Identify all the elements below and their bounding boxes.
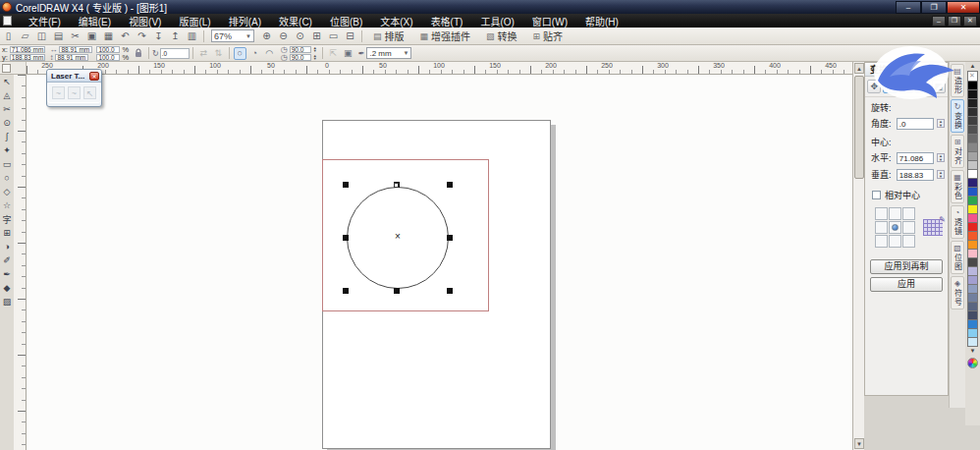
arc-start-field[interactable]: 90.0 (290, 46, 311, 53)
open-icon[interactable]: ▱ (18, 29, 32, 43)
no-color-swatch[interactable] (967, 71, 978, 82)
laser-toolbar-window[interactable]: Laser T... ✕ ~~↖ (46, 69, 102, 107)
menu-item[interactable]: 文件(F) (20, 13, 70, 29)
zoom-selected-icon[interactable]: ⊙ (293, 29, 307, 43)
selection-handle-se[interactable] (447, 288, 453, 294)
menu-item[interactable]: 文本(X) (371, 13, 421, 29)
close-button[interactable]: ✕ (947, 1, 980, 14)
table-tool-icon[interactable]: ⊞ (0, 226, 14, 240)
spinner[interactable]: ▲▼ (937, 170, 945, 179)
print-icon[interactable]: ▤ (51, 29, 66, 43)
anchor-se[interactable] (902, 235, 915, 248)
import-icon[interactable]: ↧ (151, 29, 166, 43)
shape-tool-icon[interactable]: ◬ (0, 88, 14, 102)
anchor-s[interactable] (889, 235, 901, 248)
mirror-horizontal-icon[interactable]: ⇄ (197, 47, 210, 60)
new-icon[interactable]: ▯ (1, 29, 16, 43)
freehand-tool-icon[interactable]: ʃ (0, 130, 14, 143)
spinner[interactable]: ▲▼ (937, 119, 945, 128)
pie-mode-icon[interactable]: ◔ (248, 47, 261, 60)
docker-tab[interactable]: ▧ 位图 (951, 241, 964, 274)
blend-tool-icon[interactable]: ◑ (0, 240, 14, 253)
cut-icon[interactable]: ✂ (68, 29, 82, 43)
menu-item[interactable]: 帮助(H) (576, 13, 627, 29)
width-field[interactable]: 88.91 mm (59, 46, 92, 53)
zoom-width-icon[interactable]: ⊟ (343, 29, 357, 43)
crop-tool-icon[interactable]: ✂ (0, 102, 14, 116)
imposition-button[interactable]: ▤ 排版 (367, 28, 410, 44)
transform-mode-tab[interactable]: ↻ (883, 80, 897, 93)
minimize-button[interactable]: – (896, 1, 921, 14)
horizontal-ruler[interactable]: 2502001501005005010015020025030035040045… (27, 62, 852, 75)
transform-mode-tab[interactable]: ⇄ (899, 80, 913, 93)
convert-button[interactable]: ▧ 转换 (480, 28, 523, 44)
anchor-center[interactable] (889, 221, 901, 234)
object-center-marker[interactable]: × (391, 230, 405, 244)
docker-collapse-icon[interactable]: ▴ (925, 65, 935, 75)
close-icon[interactable]: ✕ (89, 72, 99, 81)
ruler-origin-corner[interactable] (0, 62, 27, 75)
zoom-in-icon[interactable]: ⊕ (259, 29, 274, 43)
undo-icon[interactable]: ↶ (118, 29, 133, 43)
selection-handle-s[interactable] (394, 288, 400, 294)
y-position-field[interactable]: 188.83 mm (10, 54, 46, 61)
menu-item[interactable]: 版面(L) (170, 13, 219, 29)
center-vertical-field[interactable]: 188.83 (897, 169, 934, 181)
outline-width-combo[interactable]: .2 mm ▼ (366, 47, 411, 59)
app-launcher-icon[interactable]: ▥ (185, 29, 199, 43)
docker-tab[interactable]: ⊞ 对齐 (951, 135, 964, 168)
menu-item[interactable]: 效果(C) (270, 13, 321, 29)
outline-tool-icon[interactable]: ✒ (0, 267, 14, 281)
scroll-up-icon[interactable]: ▲ (854, 63, 864, 74)
spinner[interactable]: ▲▼ (313, 46, 317, 52)
scale-h-field[interactable]: 100.0 (96, 46, 120, 53)
docker-tab[interactable]: ◔ 透镜 (951, 205, 964, 239)
apply-button[interactable]: 应用 (870, 277, 943, 292)
ellipse-node[interactable] (394, 183, 399, 188)
anchor-ne[interactable] (902, 207, 915, 220)
zoom-all-icon[interactable]: ⊞ (309, 29, 324, 43)
spinner[interactable]: ▲▼ (313, 54, 317, 60)
menu-item[interactable]: 窗口(W) (523, 13, 576, 29)
palette-options-icon[interactable] (967, 358, 978, 368)
zoom-tool-icon[interactable]: ⊙ (0, 116, 14, 130)
wrap-text-icon[interactable]: ▣ (342, 47, 354, 60)
docker-tab[interactable]: ◈ 符号 (951, 276, 964, 309)
anchor-n[interactable] (889, 207, 901, 220)
docker-tab[interactable]: ▤ 造形 (951, 64, 964, 97)
docker-close-icon[interactable]: ✕ (936, 65, 946, 75)
transform-mode-tab[interactable]: ⊞ (915, 80, 929, 93)
menu-item[interactable]: 排列(A) (220, 13, 270, 29)
menu-item[interactable]: 编辑(E) (70, 13, 120, 29)
selection-handle-w[interactable] (343, 235, 349, 241)
basic-shapes-tool-icon[interactable]: ☆ (0, 198, 14, 212)
rotation-angle-field[interactable]: .0 (160, 48, 190, 59)
apply-to-duplicate-button[interactable]: 应用到再制 (870, 259, 943, 274)
palette-scroll-up-icon[interactable]: ▲ (966, 62, 979, 71)
polygon-tool-icon[interactable]: ◇ (0, 185, 14, 198)
export-icon[interactable]: ↥ (168, 29, 183, 43)
docker-tab[interactable]: ▦ 彩色 (951, 170, 964, 203)
menu-item[interactable]: 工具(O) (471, 13, 522, 29)
snap-button[interactable]: ⊞ 贴齐 (527, 28, 570, 44)
selection-handle-nw[interactable] (343, 182, 349, 188)
transform-mode-tab[interactable]: ✥ (867, 80, 881, 93)
laser-tool-1-icon[interactable]: ~ (52, 86, 65, 99)
selection-handle-ne[interactable] (447, 182, 453, 188)
arc-end-field[interactable]: 90.0 (290, 54, 311, 61)
eyedropper-tool-icon[interactable]: ✐ (0, 253, 14, 267)
menu-item[interactable]: 视图(V) (120, 13, 170, 29)
palette-scroll-down-icon[interactable]: ▼ (966, 347, 979, 356)
zoom-page-icon[interactable]: ▭ (326, 29, 341, 43)
interactive-fill-tool-icon[interactable]: ▨ (0, 295, 14, 309)
scrollbar-thumb[interactable] (854, 76, 864, 179)
zoom-out-icon[interactable]: ⊖ (276, 29, 291, 43)
transform-mode-tab[interactable]: ◩ (932, 80, 946, 93)
vertical-ruler[interactable] (14, 75, 27, 450)
angle-field[interactable]: .0 (897, 118, 934, 130)
selection-handle-e[interactable] (447, 235, 453, 241)
ellipse-mode-icon[interactable]: ○ (234, 47, 246, 60)
anchor-w[interactable] (875, 221, 888, 234)
copy-icon[interactable]: ▣ (84, 29, 99, 43)
menu-item[interactable]: 表格(T) (422, 13, 472, 29)
